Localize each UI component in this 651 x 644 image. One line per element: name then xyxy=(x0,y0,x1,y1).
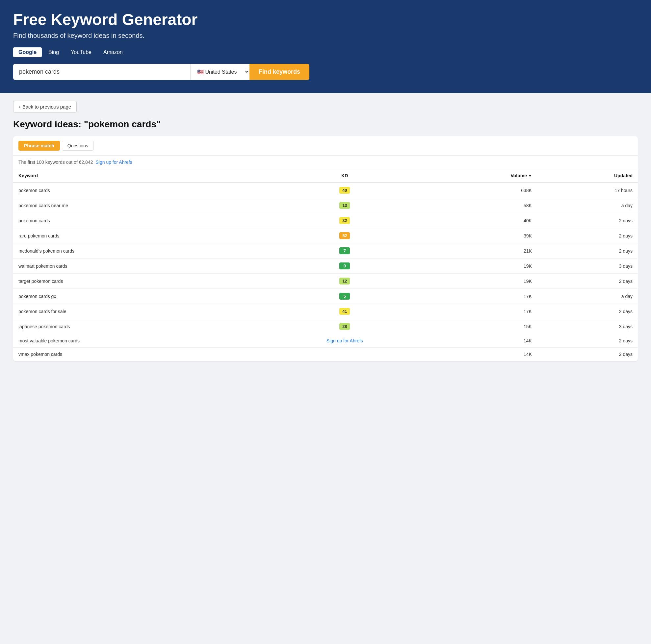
kd-cell: 28 xyxy=(262,319,427,334)
back-chevron-icon: ‹ xyxy=(19,104,21,109)
updated-cell: 17 hours xyxy=(537,183,638,198)
updated-cell: 2 days xyxy=(537,334,638,348)
updated-cell: 2 days xyxy=(537,348,638,361)
kd-badge: 7 xyxy=(339,247,350,254)
volume-cell: 17K xyxy=(427,304,537,319)
kd-cell xyxy=(262,348,427,361)
find-keywords-button[interactable]: Find keywords xyxy=(249,64,309,80)
kd-badge: 5 xyxy=(339,293,350,300)
updated-cell: 2 days xyxy=(537,244,638,259)
updated-cell: 3 days xyxy=(537,259,638,273)
kd-cell: 7 xyxy=(262,244,427,259)
table-row: pokemon cards for sale4117K2 days xyxy=(13,304,638,319)
kd-cell: 40 xyxy=(262,183,427,198)
volume-cell: 17K xyxy=(427,289,537,304)
keyword-cell: mcdonald's pokemon cards xyxy=(13,244,262,259)
kd-cell: 41 xyxy=(262,304,427,319)
signup-link[interactable]: Sign up for Ahrefs xyxy=(95,160,132,165)
kd-cell: 0 xyxy=(262,259,427,273)
kd-badge: 13 xyxy=(339,202,350,209)
kd-cell: 32 xyxy=(262,213,427,228)
table-row: walmart pokemon cards019K3 days xyxy=(13,259,638,273)
volume-cell: 19K xyxy=(427,259,537,273)
keyword-table: Keyword KD Volume ▼ Updated pokemon card… xyxy=(13,169,638,361)
col-keyword: Keyword xyxy=(13,169,262,183)
updated-cell: 2 days xyxy=(537,304,638,319)
updated-cell: 2 days xyxy=(537,273,638,289)
table-row: target pokemon cards1219K2 days xyxy=(13,273,638,289)
tab-google[interactable]: Google xyxy=(13,47,42,57)
updated-cell: 2 days xyxy=(537,213,638,228)
col-updated: Updated xyxy=(537,169,638,183)
keyword-cell: pokémon cards xyxy=(13,213,262,228)
volume-cell: 14K xyxy=(427,348,537,361)
tab-phrase-match[interactable]: Phrase match xyxy=(19,141,60,151)
volume-cell: 15K xyxy=(427,319,537,334)
country-select[interactable]: 🇺🇸 United States xyxy=(190,64,249,80)
sort-arrow-icon: ▼ xyxy=(528,174,532,178)
back-button-label: Back to previous page xyxy=(22,104,71,109)
search-row: 🇺🇸 United States Find keywords xyxy=(13,64,309,80)
tab-bing[interactable]: Bing xyxy=(43,47,64,57)
table-row: japanese pokemon cards2815K3 days xyxy=(13,319,638,334)
keyword-cell: pokemon cards gx xyxy=(13,289,262,304)
updated-cell: 2 days xyxy=(537,228,638,244)
updated-cell: a day xyxy=(537,289,638,304)
subtitle: Find thousands of keyword ideas in secon… xyxy=(13,32,638,39)
kd-cell: Sign up for Ahrefs xyxy=(262,334,427,348)
volume-cell: 58K xyxy=(427,198,537,213)
volume-cell: 19K xyxy=(427,273,537,289)
keyword-cell: rare pokemon cards xyxy=(13,228,262,244)
signup-link-kd[interactable]: Sign up for Ahrefs xyxy=(327,338,363,343)
kd-cell: 5 xyxy=(262,289,427,304)
kd-badge: 32 xyxy=(339,217,350,224)
kd-badge: 52 xyxy=(339,232,350,239)
table-row: rare pokemon cards5239K2 days xyxy=(13,228,638,244)
table-row: most valuable pokemon cardsSign up for A… xyxy=(13,334,638,348)
kd-cell: 12 xyxy=(262,273,427,289)
results-title: Keyword ideas: "pokemon cards" xyxy=(13,119,638,130)
keyword-cell: pokemon cards near me xyxy=(13,198,262,213)
results-info: The first 100 keywords out of 62,842 Sig… xyxy=(13,156,638,169)
search-engine-tabs: Google Bing YouTube Amazon xyxy=(13,47,638,57)
table-row: pokémon cards3240K2 days xyxy=(13,213,638,228)
col-volume: Volume ▼ xyxy=(427,169,537,183)
page-main-title: Free Keyword Generator xyxy=(13,10,638,29)
tab-questions[interactable]: Questions xyxy=(62,141,94,151)
keyword-cell: pokemon cards xyxy=(13,183,262,198)
kd-cell: 52 xyxy=(262,228,427,244)
keyword-cell: target pokemon cards xyxy=(13,273,262,289)
header: Free Keyword Generator Find thousands of… xyxy=(0,0,651,93)
updated-cell: 3 days xyxy=(537,319,638,334)
table-row: pokemon cards near me1358Ka day xyxy=(13,198,638,213)
volume-cell: 638K xyxy=(427,183,537,198)
results-card: Phrase match Questions The first 100 key… xyxy=(13,136,638,361)
keyword-cell: walmart pokemon cards xyxy=(13,259,262,273)
col-kd: KD xyxy=(262,169,427,183)
kd-badge: 0 xyxy=(339,262,350,269)
table-header-row: Keyword KD Volume ▼ Updated xyxy=(13,169,638,183)
kd-badge: 41 xyxy=(339,308,350,315)
kd-badge: 40 xyxy=(339,187,350,194)
keyword-cell: vmax pokemon cards xyxy=(13,348,262,361)
table-row: pokemon cards40638K17 hours xyxy=(13,183,638,198)
table-row: pokemon cards gx517Ka day xyxy=(13,289,638,304)
kd-cell: 13 xyxy=(262,198,427,213)
table-row: mcdonald's pokemon cards721K2 days xyxy=(13,244,638,259)
back-button[interactable]: ‹ Back to previous page xyxy=(13,101,77,112)
tab-youtube[interactable]: YouTube xyxy=(65,47,97,57)
updated-cell: a day xyxy=(537,198,638,213)
volume-cell: 40K xyxy=(427,213,537,228)
results-count-text: The first 100 keywords out of 62,842 xyxy=(19,160,93,165)
search-input[interactable] xyxy=(13,64,190,80)
tab-amazon[interactable]: Amazon xyxy=(98,47,128,57)
volume-cell: 14K xyxy=(427,334,537,348)
main-content: ‹ Back to previous page Keyword ideas: "… xyxy=(0,93,651,369)
volume-cell: 21K xyxy=(427,244,537,259)
kd-badge: 12 xyxy=(339,278,350,285)
volume-cell: 39K xyxy=(427,228,537,244)
results-tabs: Phrase match Questions xyxy=(13,136,638,156)
keyword-cell: japanese pokemon cards xyxy=(13,319,262,334)
table-row: vmax pokemon cards14K2 days xyxy=(13,348,638,361)
keyword-cell: most valuable pokemon cards xyxy=(13,334,262,348)
